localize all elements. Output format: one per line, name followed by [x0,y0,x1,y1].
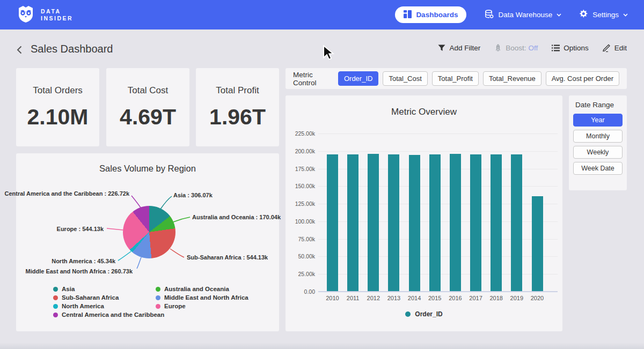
metric-overview-chart: Metric Overview 0.0025.00k50.00k75.00k10… [286,95,562,331]
sales-volume-by-region-chart: Sales Volume by Region Central America a… [16,153,279,331]
pie-legend-asia[interactable]: Asia [53,286,75,292]
nav-dashboards-label: Dashboards [416,11,458,19]
x-axis-tick: 2011 [342,295,364,301]
x-axis-tick: 2010 [322,295,343,301]
pie-legend-north-america[interactable]: North America [53,303,104,309]
chevron-down-icon [557,13,561,17]
y-axis-tick: 100.00k [286,218,315,225]
nav-settings[interactable]: Settings [580,10,628,20]
metric-control-label: Metric Control [293,71,327,87]
bar-2012[interactable] [368,154,379,292]
x-axis-tick: 2018 [486,295,507,301]
kpi-value: 2.10M [27,105,89,130]
list-icon [552,44,560,51]
x-axis-tick: 2019 [506,295,528,301]
pie-legend-central-america[interactable]: Central America and the Caribbean [53,311,164,318]
date-range-panel: Date Range Year Monthly Weekly Week Date [569,95,627,190]
pie-label-middle-east-north-africa: Middle East and North Africa : 260.73k [26,268,133,274]
boost-toggle[interactable]: Boost:Off [494,44,538,52]
kpi-card-total-orders: Total Orders 2.10M [16,68,99,146]
y-axis-tick: 50.00k [286,253,315,259]
x-axis-tick: 2015 [424,295,445,301]
y-axis-tick: 125.00k [286,201,315,207]
pie-chart[interactable] [123,206,175,258]
metric-chip-order-id[interactable]: Order_ID [338,71,378,86]
date-range-weekly-button[interactable]: Weekly [573,146,623,159]
pie-legend-sub-saharan-africa[interactable]: Sub-Saharan Africa [53,294,119,301]
pie-label-sub-saharan-africa: Sub-Saharan Africa : 544.13k [187,254,268,261]
nav-settings-label: Settings [592,11,619,19]
x-axis-tick: 2012 [363,295,384,301]
gear-icon [580,10,588,20]
metric-chip-total-profit[interactable]: Total_Profit [432,71,479,86]
bar-2016[interactable] [450,154,461,292]
back-button[interactable] [14,44,25,55]
date-range-monthly-button[interactable]: Monthly [573,130,623,143]
pie-label-central-america: Central America and the Caribbean : 226.… [4,190,129,197]
page-title: Sales Dashboard [31,43,113,55]
pie-label-australia-oceania: Australia and Oceania : 170.04k [192,214,281,220]
bar-2018[interactable] [491,154,502,292]
filter-icon [438,44,445,51]
bar-2013[interactable] [388,154,399,292]
mouse-cursor [322,45,336,60]
options-button[interactable]: Options [552,44,589,52]
pencil-icon [603,44,611,52]
nav-data-warehouse-label: Data Warehouse [498,11,552,19]
bar-2010[interactable] [327,154,338,292]
pie-label-north-america: North America : 45.34k [52,258,115,264]
x-axis-tick: 2020 [526,295,548,301]
top-navbar: DATA INSIDER Dashboards [0,0,644,29]
x-axis-line [318,291,558,292]
y-axis-tick: 150.00k [286,183,315,189]
owl-logo-icon [16,4,35,26]
edit-button[interactable]: Edit [603,44,627,52]
chevron-down-icon [623,13,628,17]
bar-2015[interactable] [429,154,441,292]
metric-chip-total-revenue[interactable]: Total_Revenue [483,71,541,86]
bar-2017[interactable] [470,154,481,292]
y-axis-tick: 200.00k [286,148,315,154]
gridline [318,151,558,152]
date-range-year-button[interactable]: Year [573,114,623,127]
date-range-week-date-button[interactable]: Week Date [573,162,623,175]
bar-2020[interactable] [532,196,543,292]
legend-label: Order_ID [415,310,442,318]
brand-logo[interactable]: DATA INSIDER [16,4,73,26]
pie-label-europe: Europe : 544.13k [57,226,104,232]
bar-chart-legend[interactable]: Order_ID [286,310,562,318]
pie-label-asia: Asia : 306.07k [173,192,213,198]
x-axis-tick: 2017 [465,295,487,301]
pie-chart-title: Sales Volume by Region [16,164,279,174]
metric-chip-avg-cost-per-order[interactable]: Avg. Cost per Order [546,71,619,86]
x-axis-tick: 2014 [404,295,425,301]
bar-2011[interactable] [347,154,358,292]
brand-text: DATA INSIDER [41,8,73,22]
legend-dot [405,311,411,317]
y-axis-tick: 225.00k [286,130,315,137]
kpi-label: Total Orders [33,85,83,96]
pie-legend-europe[interactable]: Europe [156,303,186,309]
metric-chip-total-cost[interactable]: Total_Cost [383,71,427,86]
nav-data-warehouse[interactable]: Data Warehouse [485,10,561,20]
pie-legend-middle-east-north-africa[interactable]: Middle East and North Africa [156,294,248,301]
kpi-value: 4.69T [120,105,176,130]
metric-control-bar: Metric Control Order_ID Total_Cost Total… [286,68,627,89]
kpi-label: Total Cost [128,85,169,96]
nav-dashboards-button[interactable]: Dashboards [395,6,466,23]
x-axis-tick: 2016 [444,295,466,301]
y-axis-tick: 75.00k [286,236,315,242]
y-axis-tick: 25.00k [286,271,315,277]
kpi-card-total-cost: Total Cost 4.69T [106,68,189,146]
bar-2019[interactable] [511,154,522,292]
pie-legend-australia-oceania[interactable]: Australia and Oceania [156,286,229,292]
bottom-edge [0,343,644,349]
database-icon [485,10,494,20]
date-range-label: Date Range [575,101,623,109]
bar-2014[interactable] [409,155,420,292]
x-axis-tick: 2013 [383,295,405,301]
gridline [318,133,558,134]
kpi-label: Total Profit [216,85,259,96]
add-filter-button[interactable]: Add Filter [438,44,480,52]
rocket-icon [494,44,502,52]
